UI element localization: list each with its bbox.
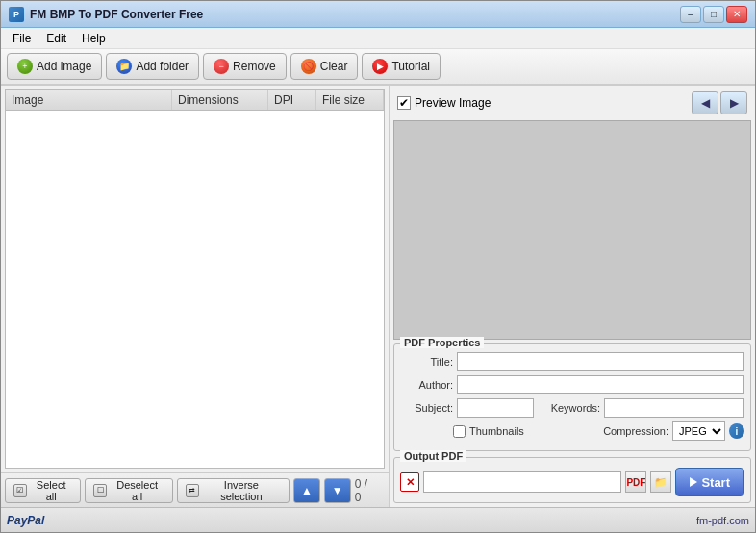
bottom-bar: ☑ Select all ☐ Deselect all ⇄ Inverse se… <box>1 472 389 507</box>
info-icon[interactable]: i <box>729 423 744 439</box>
preview-nav: ◀ ▶ <box>692 91 747 114</box>
minimize-button[interactable]: – <box>680 6 701 23</box>
file-table[interactable]: Image Dimensions DPI File size <box>5 89 385 469</box>
paypal-text: PayPal <box>7 514 44 527</box>
main-content: Image Dimensions DPI File size ☑ Select … <box>1 86 755 507</box>
preview-image-box <box>393 120 751 340</box>
select-all-icon: ☑ <box>13 484 27 497</box>
output-remove-icon[interactable]: ✕ <box>400 472 419 492</box>
clear-icon: 🚫 <box>301 59 316 74</box>
inverse-icon: ⇄ <box>186 484 199 497</box>
start-play-icon <box>690 477 697 487</box>
status-bar: PayPal fm-pdf.com <box>1 507 755 532</box>
col-dpi: DPI <box>268 90 316 110</box>
menu-edit[interactable]: Edit <box>38 30 74 47</box>
title-bar: P FM BMP To PDF Converter Free – □ ✕ <box>1 1 755 28</box>
add-folder-icon: 📁 <box>116 59 132 74</box>
table-header: Image Dimensions DPI File size <box>6 90 384 111</box>
menu-help[interactable]: Help <box>74 30 113 47</box>
author-input[interactable] <box>457 375 744 394</box>
thumbnails-checkbox[interactable] <box>453 425 466 438</box>
title-row: Title: <box>400 352 744 371</box>
close-button[interactable]: ✕ <box>726 6 747 23</box>
output-path-input[interactable] <box>423 471 621 493</box>
menu-file[interactable]: File <box>5 30 38 47</box>
remove-icon: − <box>214 59 229 74</box>
menu-bar: File Edit Help <box>1 28 755 49</box>
maximize-button[interactable]: □ <box>703 6 724 23</box>
col-dimensions: Dimensions <box>172 90 268 110</box>
author-label: Author: <box>400 379 453 391</box>
remove-button[interactable]: − Remove <box>203 53 287 80</box>
start-button[interactable]: Start <box>675 468 744 496</box>
col-image: Image <box>6 90 172 110</box>
title-input[interactable] <box>457 352 744 371</box>
main-window: P FM BMP To PDF Converter Free – □ ✕ Fil… <box>0 0 756 533</box>
app-icon: P <box>9 7 24 22</box>
tutorial-button[interactable]: ▶ Tutorial <box>362 53 441 80</box>
output-pdf-legend: Output PDF <box>400 450 466 462</box>
keywords-input[interactable] <box>604 398 744 418</box>
subject-label: Subject: <box>400 402 453 414</box>
subject-keywords-row: Subject: Keywords: <box>400 398 744 418</box>
move-down-button[interactable]: ▼ <box>324 478 351 503</box>
preview-label-area: ✔ Preview Image <box>397 96 491 110</box>
deselect-all-button[interactable]: ☐ Deselect all <box>85 478 173 503</box>
folder-browse-btn[interactable]: 📁 <box>650 471 671 493</box>
preview-checkbox[interactable]: ✔ <box>397 96 411 110</box>
left-panel: Image Dimensions DPI File size ☑ Select … <box>1 86 390 507</box>
preview-header: ✔ Preview Image ◀ ▶ <box>393 89 751 116</box>
subject-input[interactable] <box>457 398 534 418</box>
preview-label: Preview Image <box>415 96 491 110</box>
clear-button[interactable]: 🚫 Clear <box>290 53 359 80</box>
output-pdf-section: Output PDF ✕ PDF 📁 Start <box>393 457 751 503</box>
select-all-button[interactable]: ☑ Select all <box>5 478 81 503</box>
right-panel: ✔ Preview Image ◀ ▶ PDF Properties Title… <box>390 86 755 507</box>
author-row: Author: <box>400 375 744 394</box>
status-left: PayPal <box>7 514 44 527</box>
thumbnails-compression-row: Thumbnails Compression: JPEG None LZW i <box>400 421 744 441</box>
compression-select[interactable]: JPEG None LZW <box>672 421 725 441</box>
deselect-all-icon: ☐ <box>93 484 107 497</box>
prev-button[interactable]: ◀ <box>692 91 718 114</box>
window-controls: – □ ✕ <box>680 6 747 23</box>
website-label: fm-pdf.com <box>696 515 749 526</box>
add-image-icon: + <box>17 59 33 74</box>
table-body <box>6 111 384 438</box>
thumbnails-label: Thumbnails <box>469 425 524 437</box>
toolbar: + Add image 📁 Add folder − Remove 🚫 Clea… <box>1 49 755 86</box>
compression-label: Compression: <box>592 425 668 437</box>
title-label: Title: <box>400 356 453 368</box>
move-up-button[interactable]: ▲ <box>293 478 320 503</box>
pdf-properties-legend: PDF Properties <box>400 337 484 348</box>
output-row: ✕ PDF 📁 Start <box>400 468 744 496</box>
add-image-button[interactable]: + Add image <box>7 53 102 80</box>
next-button[interactable]: ▶ <box>720 91 747 114</box>
file-count: 0 / 0 <box>355 477 385 504</box>
col-filesize: File size <box>316 90 384 110</box>
tutorial-icon: ▶ <box>372 59 388 74</box>
window-title: FM BMP To PDF Converter Free <box>30 8 680 21</box>
pdf-properties-section: PDF Properties Title: Author: Subject: K… <box>393 343 751 451</box>
pdf-icon-btn[interactable]: PDF <box>625 471 646 493</box>
add-folder-button[interactable]: 📁 Add folder <box>106 53 199 80</box>
keywords-label: Keywords: <box>538 402 600 414</box>
inverse-selection-button[interactable]: ⇄ Inverse selection <box>177 478 290 503</box>
